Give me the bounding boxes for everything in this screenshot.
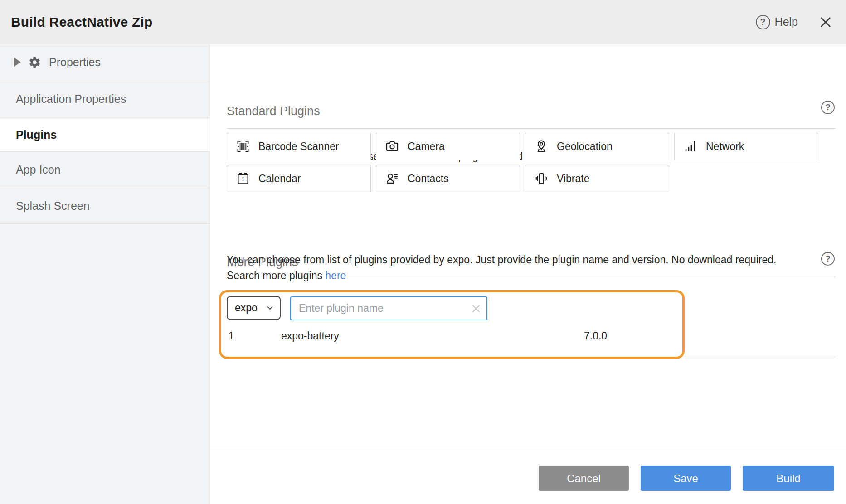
more-plugins-description: You can choose from list of plugins prov… [227,252,777,284]
search-plugins-here-link[interactable]: here [325,270,346,281]
sidebar-item-properties[interactable]: Properties [0,44,210,80]
plugin-name-input[interactable] [290,296,487,320]
close-button[interactable] [818,15,833,30]
sidebar-item-splash-screen[interactable]: Splash Screen [0,188,210,224]
sidebar-item-label: Splash Screen [16,199,90,213]
clear-x-icon [471,303,481,314]
barcode-scanner-icon [235,139,251,154]
plugin-cards-row-2: 1 Calendar Contacts [227,165,669,192]
caret-right-icon [14,58,21,67]
standard-plugins-title: Standard Plugins [227,104,320,118]
build-reactnative-dialog: Build ReactNative Zip ? Help Properties [0,0,846,504]
network-signal-icon [683,139,698,154]
calendar-day-number: 1 [242,176,245,183]
plugin-provider-select[interactable]: expo [227,296,281,320]
sidebar-item-app-icon[interactable]: App Icon [0,152,210,188]
more-plugins-help-icon[interactable]: ? [821,252,835,266]
sidebar-item-label: App Icon [16,163,61,176]
plugin-card-calendar[interactable]: 1 Calendar [227,165,371,192]
plugin-row-name: expo-battery [281,330,339,342]
sidebar-item-label: Plugins [16,128,57,141]
plugin-card-geolocation[interactable]: Geolocation [525,133,669,160]
plugin-row-version: 7.0.0 [584,330,607,342]
plugin-card-vibrate[interactable]: Vibrate [525,165,669,192]
titlebar-actions: ? Help [756,15,846,30]
camera-icon [384,139,400,154]
plugin-card-contacts[interactable]: Contacts [376,165,520,192]
more-plugins-description-line1: You can choose from list of plugins prov… [227,254,777,266]
gear-icon [28,56,41,69]
section-divider [227,128,836,129]
plugin-card-network[interactable]: Network [674,133,818,160]
plugin-card-label: Calendar [258,173,301,185]
plugin-row-divider [685,356,836,356]
plugin-name-field [290,296,487,320]
calendar-icon: 1 [235,171,251,186]
vibrate-icon [534,171,549,186]
plugin-card-label: Network [706,141,744,153]
clear-input-button[interactable] [469,302,483,315]
standard-plugins-help-icon[interactable]: ? [821,101,835,114]
geolocation-icon [534,139,549,154]
help-button[interactable]: ? Help [756,15,798,29]
plugin-cards-row-1: Barcode Scanner Camera [227,133,818,160]
more-plugins-description-line2: Search more plugins [227,270,325,281]
build-button[interactable]: Build [743,466,834,491]
help-label: Help [775,15,798,29]
sidebar: Properties Application Properties Plugin… [0,44,210,504]
plugin-card-label: Camera [408,141,445,153]
plugin-card-label: Barcode Scanner [258,141,339,153]
plugin-table-row[interactable]: 1 expo-battery 7.0.0 [227,329,836,345]
sidebar-item-plugins[interactable]: Plugins [0,118,210,152]
main-content: Standard Plugins ? These are the most co… [210,44,846,504]
plugin-card-camera[interactable]: Camera [376,133,520,160]
plugin-card-label: Contacts [408,173,449,185]
dialog-titlebar: Build ReactNative Zip ? Help [0,0,846,44]
plugin-row-index: 1 [229,330,234,342]
cancel-button[interactable]: Cancel [539,466,629,491]
plugin-card-barcode-scanner[interactable]: Barcode Scanner [227,133,371,160]
chevron-down-icon [266,304,274,312]
close-icon [819,16,832,29]
sidebar-item-application-properties[interactable]: Application Properties [0,80,210,118]
plugin-provider-value: expo [235,302,258,314]
dialog-title: Build ReactNative Zip [11,15,153,30]
plugin-card-label: Geolocation [557,141,613,153]
help-icon: ? [756,15,770,29]
save-button[interactable]: Save [641,466,731,491]
contacts-icon [384,171,400,186]
sidebar-item-label: Application Properties [16,92,126,106]
sidebar-item-label: Properties [49,56,101,69]
footer-divider [210,447,846,447]
plugin-card-label: Vibrate [557,173,589,185]
